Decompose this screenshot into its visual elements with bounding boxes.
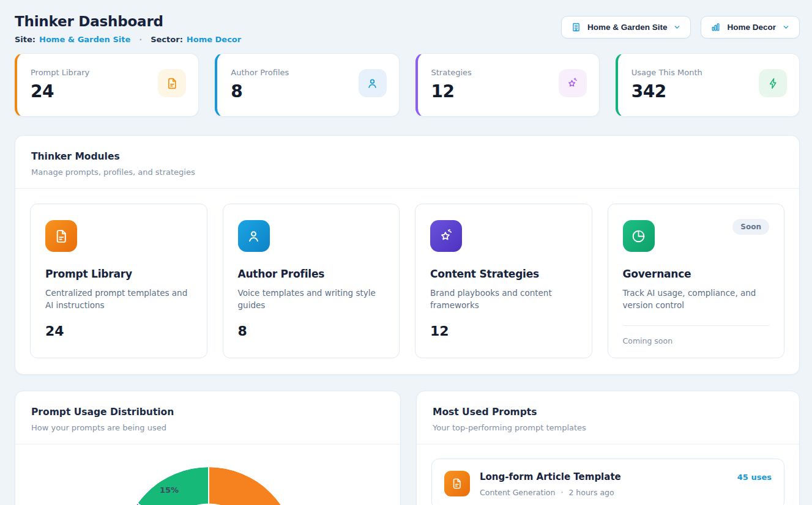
module-title: Prompt Library [45,268,192,280]
lightning-icon [759,69,787,97]
divider [623,325,770,326]
prompts-header: Most Used Prompts Your top-performing pr… [417,391,799,444]
module-count: 12 [430,323,577,339]
sector-label: Sector: [151,35,183,44]
site-selector-label: Home & Garden Site [587,23,668,32]
pie-chart-icon [623,220,655,252]
building-icon [571,22,581,32]
module-card-author-profiles[interactable]: Author Profiles Voice templates and writ… [223,204,400,358]
module-description: Track AI usage, compliance, and version … [623,287,770,312]
module-title: Author Profiles [238,268,385,280]
module-description: Brand playbooks and content frameworks [430,287,577,312]
site-label: Site: [15,35,35,44]
prompts-list: Long-form Article Template Content Gener… [417,444,799,505]
donut-chart-area: 15% [15,444,400,505]
modules-header: Thinker Modules Manage prompts, profiles… [15,136,799,189]
site-selector-button[interactable]: Home & Garden Site [561,16,691,39]
sparkle-star-icon [430,220,462,252]
prompt-title: Long-form Article Template [480,471,621,482]
module-title: Governance [623,268,770,280]
module-card-governance[interactable]: Soon Governance Track AI usage, complian… [608,204,785,358]
stat-card-author-profiles: Author Profiles 8 [215,53,399,117]
chevron-down-icon [673,23,681,31]
module-count: 24 [45,323,192,339]
sector-link[interactable]: Home Decor [187,35,241,44]
dot-separator: · [561,488,563,497]
dashboard-page: Thinker Dashboard Site: Home & Garden Si… [0,0,812,505]
header-left: Thinker Dashboard Site: Home & Garden Si… [15,10,241,44]
prompt-category: Content Generation [480,488,555,497]
document-icon [158,69,186,97]
sector-selector-button[interactable]: Home Decor [701,16,800,39]
dot-separator: · [139,35,142,44]
stat-card-prompt-library: Prompt Library 24 [15,53,199,117]
usage-subtitle: How your prompts are being used [31,423,384,432]
page-header: Thinker Dashboard Site: Home & Garden Si… [15,10,800,44]
chevron-down-icon [782,23,790,31]
module-card-prompt-library[interactable]: Prompt Library Centralized prompt templa… [30,204,207,358]
most-used-prompts-panel: Most Used Prompts Your top-performing pr… [416,391,800,505]
module-description: Voice templates and writing style guides [238,287,385,312]
breadcrumb: Site: Home & Garden Site · Sector: Home … [15,35,241,44]
modules-grid: Prompt Library Centralized prompt templa… [15,189,799,374]
soon-badge: Soon [732,219,769,235]
modules-title: Thinker Modules [31,151,783,162]
coming-soon-text: Coming soon [623,336,770,345]
prompts-title: Most Used Prompts [433,407,783,418]
usage-title: Prompt Usage Distribution [31,407,384,418]
sector-selector-label: Home Decor [727,23,776,32]
donut-chart [121,467,296,505]
module-card-content-strategies[interactable]: Content Strategies Brand playbooks and c… [415,204,592,358]
header-selectors: Home & Garden Site Home Decor [561,16,800,39]
usage-distribution-panel: Prompt Usage Distribution How your promp… [15,391,401,505]
bar-chart-icon [710,22,721,32]
prompt-meta: Content Generation · 2 hours ago [480,488,621,497]
page-title: Thinker Dashboard [15,13,241,29]
modules-subtitle: Manage prompts, profiles, and strategies [31,168,783,177]
sparkle-star-icon [559,69,587,97]
prompt-uses-count: 45 uses [737,473,772,482]
user-icon [359,69,387,97]
site-link[interactable]: Home & Garden Site [39,35,130,44]
usage-header: Prompt Usage Distribution How your promp… [15,391,400,444]
prompt-time: 2 hours ago [568,488,614,497]
stat-card-usage: Usage This Month 342 [616,53,800,117]
prompts-subtitle: Your top-performing prompt templates [433,423,783,432]
module-title: Content Strategies [430,268,577,280]
user-icon [238,220,270,252]
thinker-modules-panel: Thinker Modules Manage prompts, profiles… [15,135,800,375]
prompt-item-main: Long-form Article Template Content Gener… [480,471,621,497]
stats-row: Prompt Library 24 Author Profiles 8 Stra… [15,53,800,117]
document-icon [444,471,470,496]
document-icon [45,220,77,252]
bottom-row: Prompt Usage Distribution How your promp… [15,391,800,505]
stat-card-strategies: Strategies 12 [415,53,600,117]
module-count: 8 [238,323,385,339]
prompt-list-item[interactable]: Long-form Article Template Content Gener… [431,459,784,505]
module-description: Centralized prompt templates and AI inst… [45,287,192,312]
